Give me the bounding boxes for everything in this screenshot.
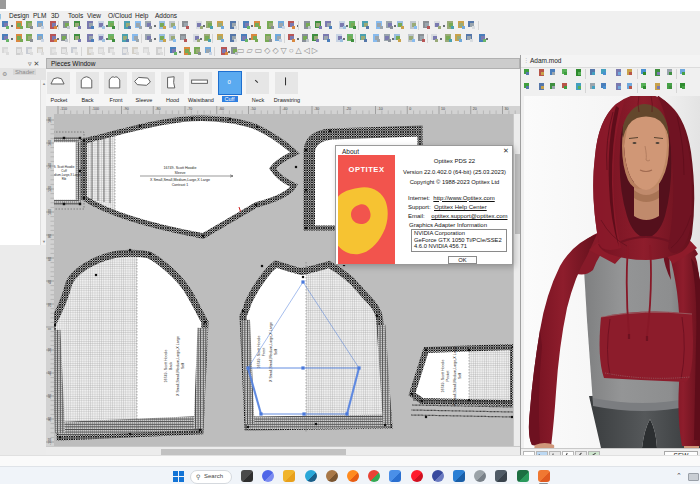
svg-text:Sleeve: Sleeve [175, 171, 186, 175]
svg-text:Pocket: Pocket [446, 371, 450, 382]
svg-text:16749- Scott Hoodie: 16749- Scott Hoodie [164, 166, 197, 170]
svg-text:X Small,Small,Medium,Large,X L: X Small,Small,Medium,Large,X Large [453, 346, 457, 406]
svg-text:30: 30 [505, 107, 509, 111]
svg-text:Rib: Rib [62, 177, 67, 181]
svg-text:120: 120 [48, 186, 52, 192]
svg-text:100: 100 [48, 209, 52, 215]
svg-text:X Small,Small,Medium,Large,X L: X Small,Small,Medium,Large,X Large [150, 178, 210, 182]
svg-text:160: 160 [48, 140, 52, 146]
svg-text:20: 20 [48, 303, 52, 307]
svg-text:20: 20 [473, 107, 477, 111]
svg-text:0: 0 [48, 328, 52, 330]
svg-text:Self: Self [458, 373, 462, 379]
svg-text:-110: -110 [60, 107, 67, 111]
svg-text:140: 140 [48, 163, 52, 169]
svg-text:-80: -80 [48, 417, 52, 422]
svg-text:-20: -20 [48, 348, 52, 353]
svg-text:-10: -10 [378, 107, 383, 111]
svg-text:Front: Front [262, 348, 266, 356]
svg-text:Self: Self [181, 363, 185, 369]
svg-text:60: 60 [48, 257, 52, 261]
svg-text:0: 0 [409, 107, 411, 111]
svg-text:-40: -40 [282, 107, 287, 111]
svg-text:-60: -60 [48, 394, 52, 399]
svg-text:-50: -50 [251, 107, 256, 111]
svg-text:-20: -20 [346, 107, 351, 111]
svg-text:OPTITEX: OPTITEX [348, 165, 384, 174]
svg-text:16749- Scott Hoodie: 16749- Scott Hoodie [441, 360, 445, 393]
svg-text:-100: -100 [48, 438, 52, 445]
svg-text:16749- Scott Hoodie: 16749- Scott Hoodie [257, 336, 261, 369]
svg-text:X Small,Small,Medium,Large,X L: X Small,Small,Medium,Large,X Large [269, 322, 273, 382]
svg-text:10: 10 [441, 107, 445, 111]
svg-text:40: 40 [48, 280, 52, 284]
svg-text:-90: -90 [124, 107, 129, 111]
svg-text:X Small,Small,Medium,Large,X L: X Small,Small,Medium,Large,X Large [176, 336, 180, 396]
svg-text:-60: -60 [219, 107, 224, 111]
svg-text:-70: -70 [187, 107, 192, 111]
svg-text:Self: Self [274, 349, 278, 355]
svg-text:16749- Scott Hoodie: 16749- Scott Hoodie [164, 350, 168, 383]
svg-text:-80: -80 [155, 107, 160, 111]
svg-text:-100: -100 [92, 107, 99, 111]
svg-text:X Medium,Large,X Large: X Medium,Large,X Large [54, 173, 81, 177]
svg-text:80: 80 [48, 234, 52, 238]
svg-text:180: 180 [48, 117, 52, 123]
svg-text:-30: -30 [314, 107, 319, 111]
svg-text:-40: -40 [48, 371, 52, 376]
svg-text:Contrast 1: Contrast 1 [172, 183, 189, 187]
svg-text:Back: Back [169, 362, 173, 370]
